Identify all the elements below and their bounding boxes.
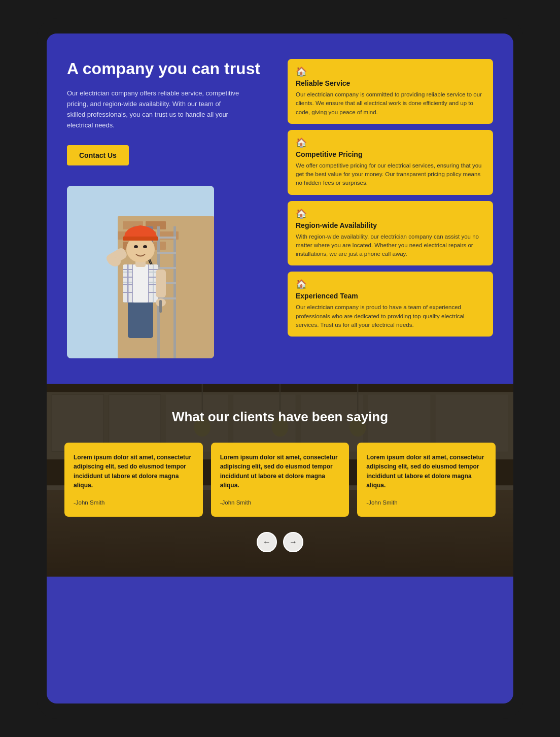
carousel-next-button[interactable]: →: [283, 532, 303, 552]
hero-left: A company you can trust Our electrician …: [67, 59, 272, 358]
svg-rect-36: [159, 300, 162, 313]
testimonial-author-3: -John Smith: [366, 499, 397, 506]
svg-rect-34: [156, 270, 166, 297]
feature-card-reliable: 🏠 Reliable Service Our electrician compa…: [288, 59, 493, 124]
testimonial-text-3: Lorem ipsum dolor sit amet, consectetur …: [366, 453, 486, 490]
svg-rect-32: [133, 264, 148, 303]
feature-card-availability: 🏠 Region-wide Availability With region-w…: [288, 201, 493, 266]
testimonial-text-2: Lorem ipsum dolor sit amet, consectetur …: [220, 453, 340, 490]
worker-illustration: [67, 186, 214, 358]
svg-rect-20: [128, 297, 153, 338]
feature-text-availability: With region-wide availability, our elect…: [296, 232, 485, 259]
feature-text-team: Our electrician company is proud to have…: [296, 303, 485, 329]
svg-rect-13: [157, 267, 176, 269]
testimonials-cards: Lorem ipsum dolor sit amet, consectetur …: [64, 443, 496, 517]
feature-text-reliable: Our electrician company is committed to …: [296, 90, 485, 117]
testimonials-content: What our clients have been saying Lorem …: [47, 384, 513, 573]
svg-rect-11: [157, 237, 176, 239]
hero-title: A company you can trust: [67, 59, 272, 78]
carousel-controls: ← →: [64, 532, 496, 552]
testimonials-section: What our clients have been saying Lorem …: [47, 384, 513, 577]
carousel-prev-button[interactable]: ←: [257, 532, 277, 552]
feature-card-pricing: 🏠 Competitive Pricing We offer competiti…: [288, 130, 493, 195]
contact-us-button[interactable]: Contact Us: [67, 145, 129, 165]
svg-point-37: [110, 257, 121, 266]
testimonial-text-1: Lorem ipsum dolor sit amet, consectetur …: [74, 453, 194, 490]
hero-section: A company you can trust Our electrician …: [47, 34, 513, 384]
feature-card-team: 🏠 Experienced Team Our electrician compa…: [288, 272, 493, 337]
svg-rect-10: [173, 226, 176, 358]
feature-text-pricing: We offer competitive pricing for our ele…: [296, 161, 485, 188]
availability-icon: 🏠: [296, 208, 485, 219]
testimonial-card-1: Lorem ipsum dolor sit amet, consectetur …: [64, 443, 203, 517]
testimonial-card-3: Lorem ipsum dolor sit amet, consectetur …: [357, 443, 496, 517]
feature-title-pricing: Competitive Pricing: [296, 150, 485, 158]
testimonials-title: What our clients have been saying: [64, 409, 496, 425]
testimonial-author-1: -John Smith: [74, 499, 104, 506]
svg-rect-43: [123, 237, 158, 241]
feature-title-availability: Region-wide Availability: [296, 221, 485, 229]
hero-right: 🏠 Reliable Service Our electrician compa…: [288, 59, 493, 337]
svg-point-40: [134, 245, 138, 248]
testimonial-card-2: Lorem ipsum dolor sit amet, consectetur …: [211, 443, 349, 517]
hero-description: Our electrician company offers reliable …: [67, 88, 239, 130]
tablet-frame: A company you can trust Our electrician …: [37, 18, 523, 719]
feature-title-team: Experienced Team: [296, 292, 485, 300]
feature-title-reliable: Reliable Service: [296, 79, 485, 87]
testimonial-author-2: -John Smith: [220, 499, 251, 506]
reliable-icon: 🏠: [296, 66, 485, 77]
svg-point-41: [143, 245, 147, 248]
svg-rect-12: [157, 252, 176, 254]
pricing-icon: 🏠: [296, 137, 485, 148]
team-icon: 🏠: [296, 279, 485, 290]
screen: A company you can trust Our electrician …: [47, 34, 513, 704]
hero-image: [67, 186, 214, 358]
